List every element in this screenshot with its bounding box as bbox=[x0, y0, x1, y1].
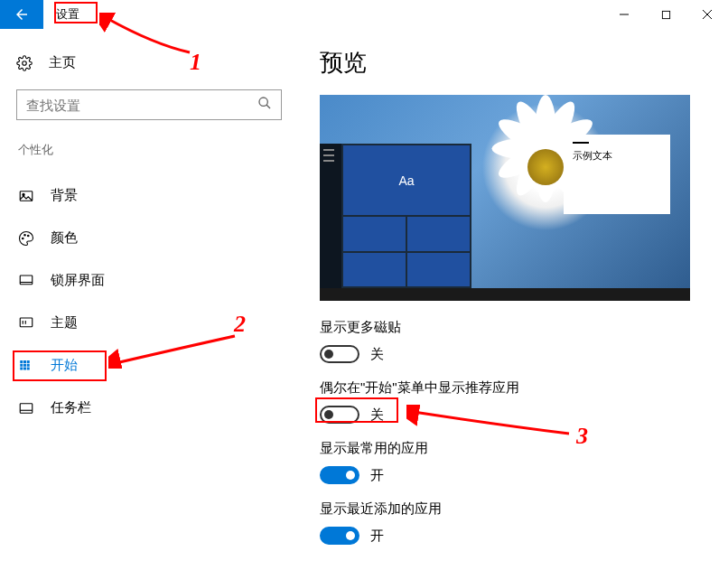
svg-point-10 bbox=[24, 234, 26, 236]
sidebar-item-colors[interactable]: 颜色 bbox=[16, 217, 298, 259]
sidebar-item-lockscreen[interactable]: 锁屏界面 bbox=[16, 259, 298, 302]
toggle-more-tiles[interactable] bbox=[320, 345, 359, 363]
preview-sample-window: 示例文本 bbox=[564, 135, 670, 214]
brush-icon bbox=[18, 315, 34, 332]
titlebar: 设置 bbox=[0, 0, 728, 29]
close-icon bbox=[702, 9, 713, 20]
svg-rect-17 bbox=[27, 360, 30, 363]
sidebar-item-label: 主题 bbox=[51, 314, 78, 332]
toggle-state-text: 关 bbox=[370, 406, 384, 424]
app-title: 设置 bbox=[56, 6, 79, 23]
sidebar-item-background[interactable]: 背景 bbox=[16, 174, 298, 217]
toggle-recently-added[interactable] bbox=[320, 527, 359, 545]
sidebar-item-label: 任务栏 bbox=[51, 399, 91, 416]
taskbar-icon bbox=[18, 400, 34, 416]
sidebar-category-label: 个性化 bbox=[16, 142, 298, 158]
sidebar-item-start[interactable]: 开始 bbox=[16, 344, 298, 387]
svg-point-5 bbox=[259, 98, 267, 106]
sidebar-item-taskbar[interactable]: 任务栏 bbox=[16, 387, 298, 429]
search-box[interactable] bbox=[16, 89, 282, 120]
toggle-state-text: 开 bbox=[370, 467, 384, 484]
setting-recently-added: 显示最近添加的应用 开 bbox=[320, 500, 703, 545]
svg-point-9 bbox=[23, 238, 24, 239]
close-button[interactable] bbox=[686, 0, 728, 29]
toggle-state-text: 关 bbox=[370, 346, 384, 363]
image-icon bbox=[18, 188, 34, 204]
minimize-button[interactable] bbox=[603, 0, 645, 29]
preview-sample-text: 示例文本 bbox=[573, 149, 661, 163]
svg-rect-1 bbox=[662, 11, 669, 18]
sidebar-item-label: 锁屏界面 bbox=[51, 272, 105, 289]
minimize-icon bbox=[619, 9, 630, 20]
annotation-number-2: 2 bbox=[234, 311, 246, 338]
setting-label: 显示最常用的应用 bbox=[320, 440, 703, 457]
sidebar-item-label: 背景 bbox=[51, 187, 78, 204]
svg-rect-24 bbox=[20, 403, 33, 413]
setting-label: 偶尔在"开始"菜单中显示推荐应用 bbox=[320, 379, 703, 397]
svg-line-6 bbox=[266, 105, 270, 108]
sidebar-home-label: 主页 bbox=[49, 54, 76, 71]
monitor-icon bbox=[18, 273, 34, 289]
setting-label: 显示最近添加的应用 bbox=[320, 500, 703, 518]
annotation-number-1: 1 bbox=[190, 49, 201, 76]
arrow-left-icon bbox=[14, 6, 30, 23]
page-title: 预览 bbox=[320, 47, 703, 79]
setting-most-used: 显示最常用的应用 开 bbox=[320, 440, 703, 484]
svg-point-11 bbox=[28, 235, 30, 237]
annotation-number-3: 3 bbox=[576, 423, 588, 450]
sidebar-home[interactable]: 主页 bbox=[16, 47, 298, 79]
svg-rect-14 bbox=[20, 318, 33, 327]
svg-rect-15 bbox=[20, 360, 23, 363]
svg-rect-16 bbox=[23, 360, 26, 363]
svg-rect-19 bbox=[23, 363, 26, 366]
toggle-state-text: 开 bbox=[370, 528, 384, 545]
svg-rect-21 bbox=[20, 367, 23, 369]
toggle-most-used[interactable] bbox=[320, 466, 359, 484]
maximize-button[interactable] bbox=[645, 0, 686, 29]
svg-rect-22 bbox=[23, 367, 26, 369]
start-icon bbox=[18, 358, 34, 374]
main-content: 预览 Aa 示例文本 显示更多磁贴 关 bbox=[298, 29, 728, 570]
sidebar-item-themes[interactable]: 主题 bbox=[16, 302, 298, 344]
preview-tile-sample: Aa bbox=[343, 145, 470, 215]
search-input[interactable] bbox=[26, 98, 257, 113]
svg-rect-23 bbox=[27, 367, 30, 369]
svg-rect-12 bbox=[20, 276, 33, 285]
setting-suggestions: 偶尔在"开始"菜单中显示推荐应用 关 bbox=[320, 379, 703, 424]
search-icon bbox=[257, 96, 272, 114]
setting-more-tiles: 显示更多磁贴 关 bbox=[320, 319, 703, 363]
window-controls bbox=[603, 0, 728, 29]
palette-icon bbox=[18, 230, 34, 247]
preview-image: Aa 示例文本 bbox=[320, 95, 690, 301]
maximize-icon bbox=[661, 10, 671, 20]
setting-label: 显示更多磁贴 bbox=[320, 319, 703, 336]
gear-icon bbox=[16, 55, 33, 71]
svg-rect-20 bbox=[27, 363, 30, 366]
back-button[interactable] bbox=[0, 0, 43, 29]
svg-rect-18 bbox=[20, 363, 23, 366]
sidebar: 主页 个性化 背景 颜色 锁屏界面 主题 开始 bbox=[0, 29, 298, 570]
sidebar-item-label: 颜色 bbox=[51, 229, 78, 247]
toggle-suggestions[interactable] bbox=[320, 406, 359, 424]
svg-point-4 bbox=[23, 61, 27, 65]
sidebar-item-label: 开始 bbox=[51, 357, 78, 374]
